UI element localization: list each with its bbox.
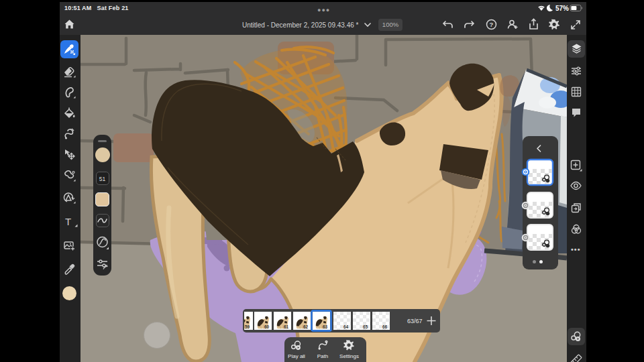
svg-text:?: ?: [490, 21, 494, 28]
svg-text:61: 61: [284, 324, 289, 329]
svg-text:62: 62: [303, 324, 309, 329]
svg-text:63: 63: [323, 324, 328, 329]
svg-text:59: 59: [245, 324, 250, 329]
svg-text:60: 60: [264, 324, 270, 329]
svg-text:63/67: 63/67: [407, 318, 423, 324]
svg-text:65: 65: [363, 324, 368, 329]
svg-text:64: 64: [343, 324, 349, 329]
svg-text:57%: 57%: [555, 5, 569, 12]
svg-text:66: 66: [382, 324, 388, 329]
